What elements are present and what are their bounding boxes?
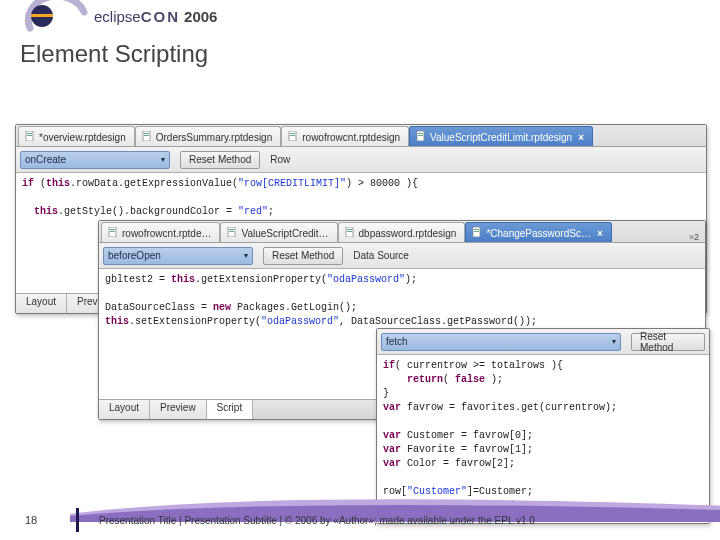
editor-tab[interactable]: dbpassword.rptdesign [338, 222, 466, 242]
editor-tab[interactable]: OrdersSummary.rptdesign [135, 126, 282, 146]
tab-bar: *overview.rptdesignOrdersSummary.rptdesi… [16, 125, 706, 147]
reset-method-button[interactable]: Reset Method [631, 333, 705, 351]
close-icon[interactable]: × [578, 132, 584, 143]
report-file-icon [416, 131, 426, 143]
svg-rect-19 [229, 231, 234, 232]
footer-divider [76, 508, 79, 532]
svg-rect-16 [110, 231, 115, 232]
svg-rect-10 [290, 135, 295, 136]
brand-year: 2006 [184, 8, 217, 25]
editor-toolbar: fetch ▾ Reset Method [377, 329, 709, 355]
svg-rect-25 [474, 231, 479, 232]
footer-text: Presentation Title | Presentation Subtit… [99, 515, 535, 526]
page-title: Element Scripting [0, 28, 720, 76]
report-file-icon [142, 131, 152, 143]
chevron-down-icon: ▾ [244, 251, 248, 260]
brand-name: eclipse [94, 8, 141, 25]
svg-rect-4 [27, 135, 32, 136]
reset-label: Reset Method [189, 154, 251, 165]
report-file-icon [472, 227, 482, 239]
combo-value: fetch [386, 336, 408, 347]
tab-label: rowofrowcnt.rptdesign [302, 132, 400, 143]
tab-label: OrdersSummary.rptdesign [156, 132, 273, 143]
svg-rect-18 [229, 229, 234, 230]
svg-rect-3 [27, 133, 32, 134]
chevron-down-icon: ▾ [161, 155, 165, 164]
reset-method-button[interactable]: Reset Method [180, 151, 260, 169]
svg-rect-9 [290, 133, 295, 134]
tab-label: *ChangePasswordSc… [486, 228, 591, 239]
report-file-icon [227, 227, 237, 239]
view-tab-preview[interactable]: Preview [150, 400, 207, 419]
svg-rect-7 [144, 135, 149, 136]
svg-rect-24 [474, 229, 479, 230]
svg-rect-13 [418, 135, 423, 136]
context-label: Data Source [353, 250, 409, 261]
svg-rect-1 [31, 14, 53, 17]
report-file-icon [108, 227, 118, 239]
slide-footer: 18 Presentation Title | Presentation Sub… [0, 500, 720, 540]
svg-rect-22 [347, 231, 352, 232]
editor-toolbar: onCreate ▾ Reset Method Row [16, 147, 706, 173]
view-tab-layout[interactable]: Layout [99, 400, 150, 419]
report-file-icon [345, 227, 355, 239]
reset-label: Reset Method [272, 250, 334, 261]
editor-tab[interactable]: rowofrowcnt.rptde… [101, 222, 220, 242]
editor-toolbar: beforeOpen ▾ Reset Method Data Source [99, 243, 705, 269]
event-combo[interactable]: beforeOpen ▾ [103, 247, 253, 265]
editor-tab[interactable]: ValueScriptCreditLimit.rptdesign× [409, 126, 593, 146]
tab-label: *overview.rptdesign [39, 132, 126, 143]
svg-rect-21 [347, 229, 352, 230]
brand-con: CON [141, 8, 180, 25]
svg-rect-15 [110, 229, 115, 230]
editor-tab[interactable]: *ChangePasswordSc…× [465, 222, 611, 242]
tab-bar: rowofrowcnt.rptde…ValueScriptCredit…dbpa… [99, 221, 705, 243]
view-tab-layout[interactable]: Layout [16, 294, 67, 313]
close-icon[interactable]: × [597, 228, 603, 239]
code-area[interactable]: if( currentrow >= totalrows ){ return( f… [377, 355, 709, 523]
report-file-icon [25, 131, 35, 143]
context-label: Row [270, 154, 290, 165]
report-file-icon [288, 131, 298, 143]
eclipse-logo-icon [28, 4, 88, 28]
editor-window-3: fetch ▾ Reset Method if( currentrow >= t… [376, 328, 710, 524]
editor-tab[interactable]: ValueScriptCredit… [220, 222, 337, 242]
tab-label: dbpassword.rptdesign [359, 228, 457, 239]
page-number: 18 [0, 514, 62, 526]
editor-tab[interactable]: rowofrowcnt.rptdesign [281, 126, 409, 146]
editor-tab[interactable]: *overview.rptdesign [18, 126, 135, 146]
tab-label: rowofrowcnt.rptde… [122, 228, 211, 239]
svg-rect-6 [144, 133, 149, 134]
reset-label: Reset Method [640, 331, 696, 353]
combo-value: beforeOpen [108, 250, 161, 261]
chevron-down-icon: ▾ [612, 337, 616, 346]
reset-method-button[interactable]: Reset Method [263, 247, 343, 265]
tab-label: ValueScriptCreditLimit.rptdesign [430, 132, 572, 143]
brand-text: eclipseCON2006 [94, 8, 217, 25]
tab-overflow-indicator[interactable]: »2 [683, 232, 705, 242]
svg-rect-12 [418, 133, 423, 134]
combo-value: onCreate [25, 154, 66, 165]
slide-header: eclipseCON2006 [0, 0, 720, 28]
event-combo[interactable]: fetch ▾ [381, 333, 621, 351]
tab-label: ValueScriptCredit… [241, 228, 328, 239]
view-tab-script[interactable]: Script [207, 400, 254, 419]
event-combo[interactable]: onCreate ▾ [20, 151, 170, 169]
